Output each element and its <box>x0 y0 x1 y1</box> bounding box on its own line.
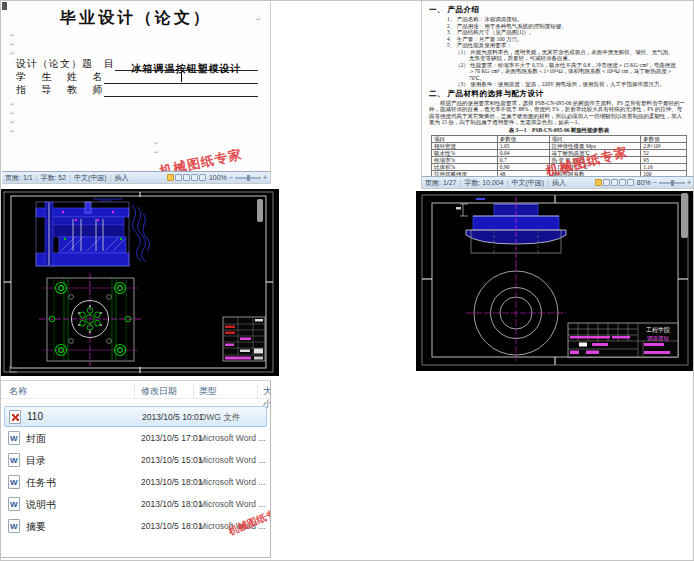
table-row: 相对密度1.05 拉伸弹性模量 Mpa2.8×10⁴ <box>432 142 687 149</box>
word-file-icon: W <box>8 497 20 511</box>
table-row: 吸水性%0.04 马丁耐热温度℃52 <box>432 149 687 156</box>
file-explorer-list: 名称 修改日期 类型 大小 110 2013/10/5 10:01 DWG 文件… <box>1 380 271 558</box>
paragraph-mark: ↵ <box>10 119 15 125</box>
thesis-title: 毕业设计（论文） <box>2 8 270 29</box>
zoom-slider[interactable] <box>659 182 685 184</box>
zoom-control: 100% − + <box>209 174 267 181</box>
field-label: 设计（论文）题 目 <box>16 57 115 71</box>
column-header-name[interactable]: 名称 <box>9 385 27 398</box>
draft-view-button[interactable] <box>627 179 634 186</box>
list-sub-item: （2） 性能要求：收缩率不大于 0.5%，吸水性不高于 0.8，冲击强度＞15 … <box>429 62 689 82</box>
field-underline[interactable] <box>104 84 259 97</box>
paragraph-mark: ↵ <box>10 128 15 134</box>
print-layout-view-button[interactable] <box>167 174 174 181</box>
language-indicator[interactable]: 中文(中国) <box>511 178 544 188</box>
fullscreen-view-button[interactable] <box>175 174 182 181</box>
word-count[interactable]: 字数: 10,004 <box>464 178 503 188</box>
page-indicator[interactable]: 页面: 1/1 <box>5 173 33 183</box>
paragraph-mark: ↵ <box>10 50 15 56</box>
list-sub-item: （1） 外观为原料本色，透明美观，无其它杂色或斑点，表面平滑无裂纹、皱丝、无气泡… <box>429 49 689 62</box>
zoom-in-icon[interactable]: + <box>687 179 691 186</box>
zoom-level[interactable]: 100% <box>209 174 227 181</box>
cad-mold-assembly-panel <box>1 189 279 376</box>
field-thesis-topic: 设计（论文）题 目 冰箱调温按钮塑模设计 <box>16 57 258 71</box>
zoom-level[interactable]: 80% <box>637 179 651 186</box>
paragraph-mark: ↵ <box>256 16 261 22</box>
button-part-drawing: 工程学院 调温按钮 <box>416 191 694 371</box>
web-layout-view-button[interactable] <box>611 179 618 186</box>
view-mode-buttons <box>595 179 634 186</box>
body-paragraph: 根据产品的使用要求和性能要求，选择 PSB-CN-095-06 的树脂作主原料。… <box>429 100 689 126</box>
zoom-out-icon[interactable]: − <box>229 174 233 181</box>
column-header-type[interactable]: 类型 <box>199 385 217 398</box>
cad-scrollbar-thumb[interactable] <box>681 193 688 238</box>
word-status-bar: 页面: 1/1| 字数: 52| 中文(中国)| 插入 100% − + <box>2 171 270 183</box>
doc2-content: 一、 产品介绍 1、 产品名称：冰箱调温按钮。 2、 产品用途：用于各种电气系统… <box>429 4 689 178</box>
outline-view-button[interactable] <box>619 179 626 186</box>
word-file-icon: W <box>8 453 20 467</box>
print-layout-view-button[interactable] <box>595 179 602 186</box>
zoom-out-icon[interactable]: − <box>653 179 657 186</box>
word-doc-product-intro: 一、 产品介绍 1、 产品名称：冰箱调温按钮。 2、 产品用途：用于各种电气系统… <box>421 1 694 189</box>
title-block: 工程学院 调温按钮 <box>568 323 678 357</box>
table-row: 项目参数值 项目参数值 <box>432 135 687 142</box>
file-row[interactable]: W 目录 2013/10/5 15:01 Microsoft Word ... <box>4 450 267 471</box>
section-heading-1: 一、 产品介绍 <box>429 5 689 15</box>
fullscreen-view-button[interactable] <box>603 179 610 186</box>
view-mode-buttons <box>167 174 206 181</box>
table-caption: 表 3—1 PSB-CN-095-06 树脂性能参数表 <box>429 127 689 134</box>
file-row-dwg[interactable]: 110 2013/10/5 10:01 DWG 文件 <box>4 406 267 427</box>
column-divider[interactable] <box>193 385 194 399</box>
paragraph-mark: ↵ <box>154 149 159 155</box>
field-label: 指 导 教 师 <box>16 83 104 97</box>
list-sub-item: （3） 使用条件：使用温度：室温，220V 用电场所，使用负荷，人工手指操作按压… <box>429 81 689 88</box>
cad-button-part-panel: 工程学院 调温按钮 <box>416 191 694 371</box>
word-doc-cover-page: 毕业设计（论文） ↵ ↵ ↵ ↵ 设计（论文）题 目 冰箱调温按钮塑模设计 学 … <box>2 2 271 184</box>
column-divider[interactable] <box>134 385 135 399</box>
file-list-header: 名称 修改日期 类型 大小 <box>1 381 270 399</box>
zoom-slider[interactable] <box>235 177 261 179</box>
word-file-icon: W <box>8 475 20 489</box>
paragraph-mark: ↵ <box>10 32 15 38</box>
word-status-bar: 页面: 1/27| 字数: 10,004| 中文(中国)| 插入 80% − + <box>422 176 694 188</box>
language-indicator[interactable]: 中文(中国) <box>74 173 107 183</box>
screenshot-canvas: 毕业设计（论文） ↵ ↵ ↵ ↵ 设计（论文）题 目 冰箱调温按钮塑模设计 学 … <box>0 0 694 561</box>
paragraph-mark: ↵ <box>10 110 15 116</box>
draft-view-button[interactable] <box>199 174 206 181</box>
section-heading-2: 二、 产品材料的选择与配方设计 <box>429 89 689 99</box>
zoom-in-icon[interactable]: + <box>263 174 267 181</box>
column-divider[interactable] <box>257 385 258 399</box>
field-advisor: 指 导 教 师 <box>16 83 258 97</box>
zoom-control: 80% − + <box>637 179 691 186</box>
web-layout-view-button[interactable] <box>183 174 190 181</box>
paragraph-mark: ↵ <box>10 41 15 47</box>
word-file-icon: W <box>8 519 20 533</box>
cad-scrollbar-thumb[interactable] <box>257 199 263 222</box>
mold-assembly-drawing <box>1 189 279 376</box>
page-indicator[interactable]: 页面: 1/27 <box>425 178 457 188</box>
title-block <box>223 317 265 361</box>
title-block-part-name: 调温按钮 <box>646 335 670 342</box>
insert-mode-indicator[interactable]: 插入 <box>114 173 128 183</box>
text-cursor <box>181 72 182 82</box>
title-block-school-name: 工程学院 <box>646 326 670 334</box>
word-file-icon: W <box>8 431 20 445</box>
file-row[interactable]: W 封面 2013/10/5 17:01 Microsoft Word ... <box>4 428 267 449</box>
mold-section-view <box>36 199 129 266</box>
field-label: 学 生 姓 名 <box>16 70 104 84</box>
dwg-file-icon <box>9 410 21 424</box>
file-row[interactable]: W 任务书 2013/10/5 18:01 Microsoft Word ... <box>4 472 267 493</box>
column-header-date[interactable]: 修改日期 <box>141 385 177 398</box>
field-student-name: 学 生 姓 名 <box>16 70 258 84</box>
file-row[interactable]: W 说明书 2013/10/5 18:01 Microsoft Word ... <box>4 494 267 515</box>
word-count[interactable]: 字数: 52 <box>40 173 66 183</box>
paragraph-mark: ↵ <box>154 140 159 146</box>
insert-mode-indicator[interactable]: 插入 <box>552 178 566 188</box>
paragraph-mark: ↵ <box>10 101 15 107</box>
zoom-slider-thumb[interactable] <box>247 175 250 181</box>
zoom-slider-thumb[interactable] <box>671 180 674 186</box>
outline-view-button[interactable] <box>191 174 198 181</box>
